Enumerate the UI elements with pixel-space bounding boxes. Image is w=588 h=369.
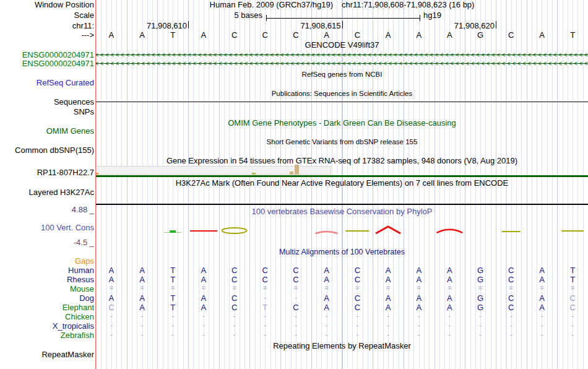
position-range: chr11:71,908,608-71,908,623 (16 bp) <box>342 1 474 9</box>
alignment-cell: - <box>157 321 188 329</box>
track-label-conservation[interactable]: 100 Vert. Cons <box>0 224 94 232</box>
species-label[interactable]: Chicken <box>0 313 94 321</box>
track-label-sequences[interactable]: Sequences <box>0 98 94 106</box>
alignment-cell: A <box>404 276 435 284</box>
alignment-cell: C <box>496 303 527 311</box>
gtex-tissue-bar[interactable] <box>295 165 299 175</box>
gene-model[interactable]: <<<<<<<<<<<<<<<<<<<<<<<<<<<<<<<<<<<<<<<<… <box>96 51 588 58</box>
alignment-cell: A <box>188 303 219 311</box>
track-label-snps[interactable]: SNPs <box>0 108 94 116</box>
track-label-refseq-curated[interactable]: RefSeq Curated <box>0 79 94 87</box>
base-letter: C <box>342 31 373 39</box>
alignment-cell: - <box>157 312 188 320</box>
species-label[interactable]: Elephant <box>0 303 94 311</box>
alignment-cell: - <box>249 331 280 339</box>
alignment-cell: - <box>342 331 373 339</box>
alignment-cell: - <box>249 312 280 320</box>
alignment-cell: - <box>404 312 435 320</box>
alignment-cell: - <box>280 331 311 339</box>
alignment-cell: A <box>435 266 465 274</box>
alignment-cell: - <box>527 331 558 339</box>
alignment-cell: - <box>249 321 280 329</box>
conservation-title: 100 vertebrates Basewise Conservation by… <box>96 207 588 215</box>
track-label-h3k27ac[interactable]: Layered H3K27Ac <box>0 188 94 196</box>
gene-label-2[interactable]: ENSG00000204971 <box>0 59 94 67</box>
alignment-cell: A <box>127 266 158 274</box>
track-label-repeatmasker[interactable]: RepeatMasker <box>0 350 94 358</box>
base-letter: C <box>496 31 527 39</box>
assembly-title: Human Feb. 2009 (GRCh37/hg19) <box>210 1 333 9</box>
track-label-gtex-gene[interactable]: RP11-807H22.7 <box>0 168 94 176</box>
gene-label-1[interactable]: ENSG00000204971 <box>0 51 94 59</box>
base-letter: A <box>127 31 158 39</box>
gene-model[interactable]: <<<<<<<<<<<<<<<<<<<<<<<<<<<<<<<<<<<<<<<<… <box>96 60 588 67</box>
base-letter: C <box>280 31 311 39</box>
position-label: 71,908,620 <box>403 22 495 30</box>
alignment-cell: C <box>496 294 527 302</box>
alignment-cell: C <box>249 276 280 284</box>
alignment-cell: A <box>435 303 465 311</box>
base-letter: A <box>435 31 465 39</box>
base-letter: C <box>249 31 280 39</box>
species-label[interactable]: Dog <box>0 294 94 302</box>
base-letter: A <box>373 31 404 39</box>
alignment-cell: C <box>342 303 373 311</box>
alignment-cell: T <box>157 276 188 284</box>
alignment-cell: = <box>496 284 527 292</box>
strand-label[interactable]: ---> <box>0 31 94 39</box>
species-label[interactable]: Human <box>0 266 94 274</box>
species-label[interactable]: Rhesus <box>0 276 94 284</box>
alignment-cell: - <box>127 331 158 339</box>
alignment-cell: - <box>465 331 496 339</box>
alignment-cell: = <box>157 284 188 292</box>
alignment-cell: = <box>342 284 373 292</box>
alignment-cell: C <box>249 266 280 274</box>
species-label[interactable]: Mouse <box>0 285 94 293</box>
track-label-dbsnp[interactable]: Common dbSNP(155) <box>0 146 94 154</box>
position-tick <box>496 21 496 28</box>
alignment-cell: - <box>311 312 342 320</box>
alignment-cell: A <box>404 294 435 302</box>
base-letter: A <box>96 31 127 39</box>
alignment-cell: - <box>127 312 158 320</box>
alignment-cell: C <box>280 303 311 311</box>
alignment-cell: - <box>280 312 311 320</box>
conservation-max-label: 4.88 _ <box>0 206 94 214</box>
species-label[interactable]: X_tropicalis <box>0 322 94 330</box>
gtex-title: Gene Expression in 54 tissues from GTEx … <box>96 157 588 165</box>
gtex-tissue-bar[interactable] <box>290 171 293 175</box>
conservation-top-line <box>96 204 588 205</box>
alignment-cell: - <box>127 321 158 329</box>
alignment-cell: A <box>373 276 404 284</box>
alignment-cell: - <box>557 331 588 339</box>
sequences-track-line[interactable] <box>96 102 588 102</box>
dbsnp-title: Short Genetic Variants from dbSNP releas… <box>96 138 588 146</box>
position-tick <box>342 21 343 28</box>
alignment-cell: - <box>96 312 127 320</box>
alignment-cell: - <box>96 321 127 329</box>
alignment-cell: - <box>249 293 280 302</box>
h3k27ac-title: H3K27Ac Mark (Often Found Near Active Re… <box>96 179 588 187</box>
scale-value: 5 bases <box>165 11 262 19</box>
gencode-title: GENCODE V49lift37 <box>96 41 588 49</box>
alignment-cell: = <box>404 284 435 292</box>
species-label[interactable]: Zebrafish <box>0 331 94 339</box>
alignment-cell: - <box>188 331 219 339</box>
gtex-tissue-bar[interactable] <box>252 173 256 175</box>
alignment-cell: C <box>342 294 373 302</box>
track-label-gaps[interactable]: Gaps <box>0 257 94 265</box>
track-label-omim[interactable]: OMIM Genes <box>0 127 94 135</box>
gtex-gene-line[interactable] <box>96 175 588 177</box>
alignment-cell: - <box>435 321 465 329</box>
alignment-cell: C <box>342 266 373 274</box>
alignment-cell: - <box>311 321 342 329</box>
alignment-cell: - <box>404 321 435 329</box>
alignment-cell: = <box>280 284 311 292</box>
chrom-label: chr11: <box>0 22 94 30</box>
alignment-cell: C <box>219 266 250 274</box>
alignment-cell: - <box>188 312 219 320</box>
alignment-cell: = <box>127 284 158 292</box>
gtex-tissue-bar[interactable] <box>96 173 98 175</box>
alignment-cell: T <box>557 276 588 284</box>
conservation-min-label: -4.5 _ <box>0 238 94 246</box>
